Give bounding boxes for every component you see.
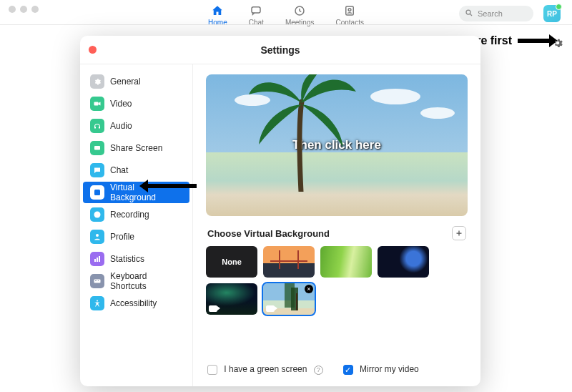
svg-rect-17 (95, 280, 96, 281)
contacts-icon (343, 4, 356, 17)
green-screen-label: I have a green screen (224, 364, 307, 374)
svg-rect-19 (98, 280, 99, 281)
annotation-arrow-left (147, 184, 197, 188)
svg-point-11 (96, 213, 99, 216)
sidebar-item-label: Statistics (110, 254, 144, 264)
keyboard-icon (90, 274, 104, 288)
search-icon (465, 9, 473, 19)
sidebar-item-label: Audio (110, 121, 132, 131)
clock-icon (293, 4, 306, 17)
svg-rect-6 (94, 102, 99, 106)
share-icon (90, 141, 104, 155)
nav-label: Meetings (285, 19, 315, 26)
choose-background-heading: Choose Virtual Background (207, 228, 330, 239)
sidebar-item-recording[interactable]: Recording (83, 204, 189, 225)
help-icon[interactable]: ? (314, 366, 323, 375)
sidebar-item-video[interactable]: Video (83, 93, 189, 114)
svg-point-20 (97, 300, 98, 302)
checkbox-checked-icon: ✓ (343, 365, 353, 375)
sidebar-item-statistics[interactable]: Statistics (83, 248, 189, 270)
nav-home[interactable]: Home (208, 3, 227, 26)
background-thumb-earth[interactable] (378, 246, 429, 278)
sidebar-item-label: Share Screen (110, 143, 162, 153)
svg-point-9 (97, 191, 99, 193)
svg-rect-14 (97, 258, 98, 262)
chat-icon (90, 163, 104, 177)
search-input[interactable]: Search (459, 6, 533, 21)
sidebar-item-general[interactable]: General (83, 71, 189, 92)
arrow-left-icon (147, 184, 197, 188)
record-icon (90, 207, 104, 222)
camera-icon (266, 305, 275, 312)
settings-sidebar: GeneralVideoAudioShare ScreenChatVirtual… (80, 64, 193, 386)
background-thumb-none[interactable]: None (206, 246, 257, 278)
svg-point-12 (96, 234, 99, 237)
nav-label: Contacts (335, 19, 363, 26)
cloud-icon (370, 89, 420, 104)
sidebar-item-label: Recording (110, 210, 149, 220)
nav-label: Home (208, 19, 227, 26)
svg-point-3 (348, 9, 351, 11)
search-placeholder: Search (478, 9, 503, 18)
avatar-initials: RP (547, 10, 557, 18)
cloud-icon (420, 107, 455, 119)
mirror-video-option[interactable]: ✓ Mirror my video (343, 364, 419, 375)
profile-icon (90, 230, 104, 244)
svg-rect-13 (94, 259, 96, 262)
headphones-icon (90, 119, 104, 133)
gear-icon[interactable] (552, 37, 563, 49)
sidebar-item-share-screen[interactable]: Share Screen (83, 137, 189, 159)
sidebar-item-audio[interactable]: Audio (83, 115, 189, 137)
background-thumb-grass[interactable] (320, 246, 372, 278)
svg-point-4 (466, 10, 470, 14)
background-thumb-beach[interactable]: × (263, 283, 315, 315)
camera-icon (209, 305, 217, 312)
nav-meetings[interactable]: Meetings (285, 3, 315, 26)
sidebar-item-label: Chat (110, 165, 128, 175)
green-screen-option[interactable]: I have a green screen ? (207, 364, 323, 375)
nav-chat[interactable]: Chat (249, 3, 264, 26)
arrow-right-icon (518, 39, 551, 43)
sidebar-item-accessibility[interactable]: Accessibility (83, 293, 189, 314)
background-thumb-bridge[interactable] (263, 246, 315, 278)
sidebar-item-label: Accessibility (110, 298, 157, 308)
avatar[interactable]: RP (543, 5, 561, 22)
settings-window: Settings GeneralVideoAudioShare ScreenCh… (80, 36, 480, 386)
settings-titlebar: Settings (80, 36, 480, 64)
checkbox-unchecked-icon (207, 365, 217, 375)
mirror-label: Mirror my video (360, 364, 419, 374)
chat-bubble-icon (250, 4, 262, 17)
sidebar-item-label: Profile (110, 232, 134, 242)
nav-contacts[interactable]: Contacts (335, 3, 363, 26)
sidebar-item-label: Keyboard Shortcuts (110, 271, 182, 291)
add-background-button[interactable] (452, 226, 466, 240)
background-thumbnails: None× (206, 246, 468, 315)
delete-thumb-button[interactable]: × (305, 285, 313, 293)
svg-rect-18 (97, 280, 97, 281)
top-divider (0, 24, 572, 25)
settings-title-text: Settings (260, 44, 300, 56)
settings-main: Then click here Choose Virtual Backgroun… (193, 64, 480, 386)
sidebar-item-chat[interactable]: Chat (83, 160, 189, 181)
sidebar-item-label: General (110, 77, 141, 87)
svg-rect-15 (99, 256, 100, 262)
sidebar-item-keyboard-shortcuts[interactable]: Keyboard Shortcuts (83, 270, 189, 292)
person-icon (90, 185, 104, 200)
palm-tree-icon (249, 74, 356, 195)
video-icon (90, 97, 104, 111)
stats-icon (90, 252, 104, 266)
settings-footer: I have a green screen ? ✓ Mirror my vide… (206, 358, 468, 379)
sidebar-item-label: Video (110, 99, 132, 109)
accessibility-icon (90, 296, 104, 310)
home-icon (211, 4, 224, 17)
close-button[interactable] (89, 46, 97, 54)
sidebar-item-profile[interactable]: Profile (83, 226, 189, 248)
svg-rect-0 (252, 7, 260, 13)
background-preview: Then click here (206, 74, 468, 216)
gear-icon (90, 74, 104, 89)
nav-label: Chat (249, 19, 264, 26)
background-thumb-aurora[interactable] (206, 283, 257, 315)
